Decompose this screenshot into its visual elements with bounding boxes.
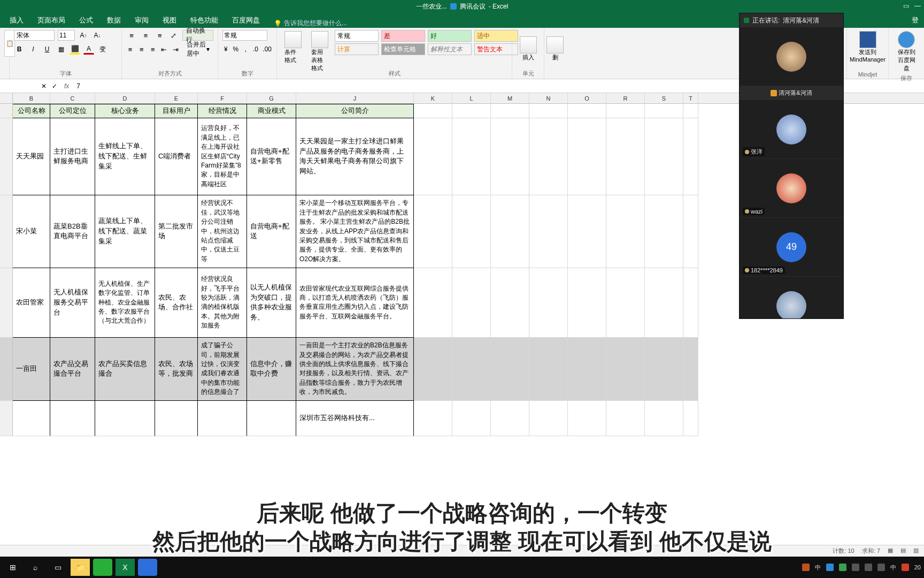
comma-icon[interactable]: , — [242, 44, 249, 55]
orient-icon[interactable]: ⤢ — [168, 31, 179, 40]
style-good[interactable]: 好 — [428, 30, 472, 42]
style-calc[interactable]: 计算 — [335, 43, 379, 55]
style-neutral[interactable]: 适中 — [474, 30, 518, 42]
view-pagebreak-icon[interactable]: ▥ — [913, 547, 919, 555]
align-right-icon[interactable]: ≡ — [149, 44, 157, 54]
col-header[interactable]: R — [606, 93, 645, 103]
align-center-icon[interactable]: ≡ — [137, 44, 145, 54]
baidu-save-button[interactable]: 保存到 百度网盘 — [893, 30, 920, 73]
col-title[interactable]: 公司简介 — [296, 104, 414, 118]
style-normal[interactable]: 常规 — [335, 30, 379, 42]
percent-icon[interactable]: % — [233, 44, 240, 55]
insert-cells-button[interactable]: 插入 — [517, 35, 540, 63]
participant-tile[interactable]: 张方 ⌄ — [740, 277, 843, 318]
align-mid-icon[interactable]: ≡ — [140, 31, 151, 40]
italic-button[interactable]: I — [28, 44, 38, 55]
col-header[interactable]: M — [491, 93, 529, 103]
style-warn[interactable]: 警告文本 — [474, 43, 518, 55]
font-size-select[interactable] — [58, 30, 75, 41]
col-title[interactable]: 公司定位 — [50, 104, 95, 118]
tab-view[interactable]: 视图 — [156, 13, 183, 28]
tab-review[interactable]: 审阅 — [128, 13, 155, 28]
tab-insert[interactable]: 插入 — [3, 13, 30, 28]
col-header[interactable]: J — [296, 93, 414, 103]
ime-indicator[interactable]: 中 — [815, 564, 821, 572]
tencent-meeting-panel[interactable]: ⋯ 正在讲话: 清河落&河清 清河落&河清 张洋 wazi 49 182****… — [739, 13, 844, 319]
decrease-font-icon[interactable]: A↓ — [92, 30, 103, 41]
dec-dec-icon[interactable]: .00 — [262, 44, 272, 55]
tab-baidu[interactable]: 百度网盘 — [226, 13, 266, 28]
merge-button[interactable]: 合并后居中▾ — [183, 44, 213, 55]
underline-button[interactable]: U — [42, 44, 52, 55]
excel-taskbar-icon[interactable]: X — [116, 559, 135, 576]
task-view-icon[interactable]: ▭ — [48, 559, 67, 576]
col-header[interactable]: O — [568, 93, 606, 103]
col-header[interactable]: D — [95, 93, 155, 103]
indent-inc-icon[interactable]: ⇥ — [172, 44, 180, 54]
tencent-meeting-taskbar-icon[interactable] — [138, 559, 157, 576]
table-format-button[interactable]: 套用表格格式 — [308, 30, 332, 73]
col-header[interactable]: N — [529, 93, 568, 103]
network-icon[interactable] — [877, 564, 885, 571]
col-title[interactable]: 商业模式 — [247, 104, 296, 118]
style-check[interactable]: 检查单元格 — [381, 43, 425, 55]
col-header[interactable]: C — [50, 93, 95, 103]
tab-layout[interactable]: 页面布局 — [31, 13, 72, 28]
col-header[interactable]: K — [414, 93, 452, 103]
minimize-icon[interactable]: — — [914, 2, 921, 10]
col-header[interactable]: S — [645, 93, 683, 103]
participant-tile[interactable]: 清河落&河清 — [740, 86, 843, 100]
drag-handle-icon[interactable]: ⋯ — [789, 14, 794, 20]
tab-formula[interactable]: 公式 — [73, 13, 99, 28]
col-title[interactable]: 经营情况 — [198, 104, 247, 118]
view-pagelayout-icon[interactable]: ▤ — [900, 547, 906, 555]
cancel-icon[interactable]: ✕ — [38, 81, 49, 92]
participant-tile[interactable]: wazi — [740, 159, 843, 218]
style-explain[interactable]: 解释性文本 — [428, 43, 472, 55]
col-title[interactable]: 目标用户 — [155, 104, 198, 118]
tab-special[interactable]: 特色功能 — [184, 13, 225, 28]
increase-font-icon[interactable]: A↑ — [78, 30, 89, 41]
volume-icon[interactable] — [865, 564, 872, 571]
font-name-select[interactable] — [14, 30, 55, 41]
col-header[interactable]: L — [452, 93, 491, 103]
indent-dec-icon[interactable]: ⇤ — [160, 44, 168, 54]
start-button[interactable]: ⊞ — [3, 559, 22, 576]
wechat-icon[interactable] — [93, 559, 112, 576]
ime-indicator[interactable]: 中 — [890, 564, 896, 572]
tray-icon[interactable] — [852, 564, 859, 571]
col-header[interactable]: E — [155, 93, 198, 103]
select-all-corner[interactable] — [0, 93, 13, 103]
currency-icon[interactable]: ¥ — [222, 44, 229, 55]
ribbon-collapse-icon[interactable]: ▭ — [903, 2, 909, 10]
participant-tile[interactable]: 张洋 — [740, 100, 843, 159]
fill-color-button[interactable]: ⬛ — [70, 44, 80, 55]
participant-tile[interactable]: 49 182****2849 — [740, 218, 843, 277]
mindmanager-button[interactable]: 发送到 MindManager — [851, 30, 884, 64]
col-header[interactable]: F — [198, 93, 247, 103]
tab-data[interactable]: 数据 — [101, 13, 127, 28]
inc-dec-icon[interactable]: .0 — [252, 44, 259, 55]
tray-icon[interactable] — [802, 564, 810, 571]
bold-button[interactable]: B — [14, 44, 25, 55]
col-title[interactable]: 核心业务 — [95, 104, 155, 118]
cond-format-button[interactable]: 条件格式 — [281, 30, 305, 65]
pinyin-button[interactable]: 变 — [97, 44, 108, 55]
align-bot-icon[interactable]: ≡ — [155, 31, 165, 40]
explorer-icon[interactable]: 📁 — [71, 559, 90, 576]
align-top-icon[interactable]: ≡ — [126, 31, 137, 40]
fx-icon[interactable]: fx — [60, 82, 73, 90]
col-header[interactable]: T — [683, 93, 698, 103]
col-header[interactable]: G — [247, 93, 296, 103]
tell-me-input[interactable]: 💡 告诉我您想要做什么... — [274, 19, 347, 28]
participant-tile[interactable] — [740, 27, 843, 86]
col-header[interactable]: B — [13, 93, 50, 103]
tray-icon[interactable] — [839, 564, 846, 571]
sign-in[interactable]: 登 — [906, 13, 924, 28]
style-bad[interactable]: 差 — [381, 30, 425, 42]
border-button[interactable]: ▦ — [56, 44, 66, 55]
enter-icon[interactable]: ✓ — [49, 81, 60, 92]
wrap-button[interactable]: 自动换行 — [182, 30, 213, 41]
sogou-ime-icon[interactable] — [902, 564, 909, 571]
view-normal-icon[interactable]: ▦ — [888, 547, 893, 555]
